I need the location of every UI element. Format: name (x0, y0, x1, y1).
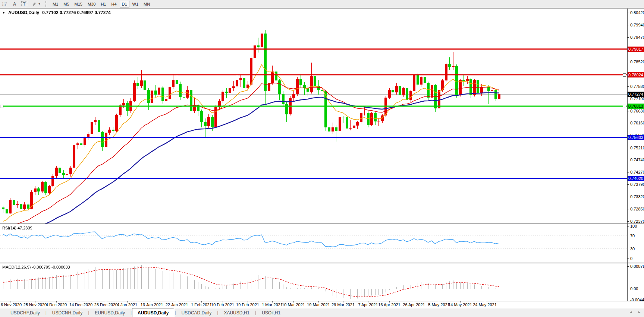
scale-tick-mark (627, 221, 629, 222)
date-label: 16 Nov 2020 (0, 302, 22, 307)
timeframe-button-h4[interactable]: H4 (109, 1, 119, 7)
scale-tick-mark (627, 249, 629, 249)
price-tick-label: 0.80420 (630, 10, 644, 15)
scale-tick-mark (627, 123, 629, 123)
scale-tick-mark (627, 289, 629, 289)
rsi-panel-canvas[interactable] (0, 224, 627, 263)
timeframe-button-group: M1M5M15M30H1H4D1W1MN (50, 1, 153, 7)
date-label: 4 Dec 2020 (46, 302, 67, 307)
scale-tick-mark (627, 86, 629, 87)
level-price-badge: 0.74020 (628, 176, 644, 181)
diagonal-arrows-icon (32, 2, 37, 6)
date-label: 14 Dec 2020 (69, 302, 92, 307)
grid-f-icon: ∷∷∷F (2, 3, 7, 6)
rsi-indicator-label: RSI(14) 47.2309 (2, 226, 32, 230)
ohlc-values: 0.77102 0.77276 0.76997 0.77274 (42, 10, 111, 15)
chart-tab-eurusd[interactable]: EURUSD,Daily (89, 309, 130, 317)
macd-tick-label: 0.00 (630, 286, 644, 291)
level-price-badge: 0.79017 (628, 47, 644, 52)
main-chart-canvas[interactable] (0, 9, 627, 224)
scale-tick-mark (627, 62, 629, 62)
date-axis[interactable]: 16 Nov 202025 Nov 20204 Dec 202014 Dec 2… (0, 301, 644, 308)
scale-tick-mark (627, 209, 629, 209)
macd-tick-label: 0.008782 (630, 264, 644, 269)
chart-tab-audusd[interactable]: AUDUSD,Daily (132, 308, 174, 317)
date-label: 13 Jan 2021 (141, 302, 163, 307)
price-tick-label: 0.76160 (630, 121, 644, 125)
scale-tick-mark (627, 197, 629, 197)
level-price-badge: 0.76813 (628, 104, 644, 109)
letter-a-icon: A (13, 1, 16, 7)
scale-tick-mark (627, 160, 629, 160)
text-box-tool-button[interactable]: T (19, 0, 29, 8)
level-price-badge: 0.75603 (628, 135, 644, 140)
price-tick-label: 0.79940 (630, 23, 644, 27)
scale-tick-mark (627, 266, 629, 267)
chart-tab-usdchf[interactable]: USDCHF,Daily (5, 309, 45, 317)
date-label: 23 Dec 2020 (94, 302, 117, 307)
scale-tick-mark (627, 236, 629, 236)
price-tick-label: 0.76630 (630, 109, 644, 113)
date-label: 19 Feb 2021 (236, 302, 259, 307)
chart-title: ▼ AUDUSD,Daily 0.77102 0.77276 0.76997 0… (2, 10, 111, 15)
date-label: 10 Mar 2021 (282, 302, 305, 307)
scale-tick-mark (627, 300, 629, 300)
scroll-right-icon[interactable]: ► (638, 310, 641, 314)
chart-tab-xauusd[interactable]: XAUUSD,H1 (219, 309, 255, 317)
letter-t-icon: T (21, 1, 27, 7)
scale-tick-mark (627, 25, 629, 25)
macd-panel-canvas[interactable] (0, 263, 627, 301)
text-label-tool-button[interactable]: A (10, 0, 19, 8)
price-tick-label: 0.72370 (630, 219, 644, 224)
scale-tick-mark (627, 99, 629, 99)
current-price-badge: 0.77274 (628, 92, 644, 97)
date-label: 10 Feb 2021 (211, 302, 234, 307)
symbol-label: AUDUSD,Daily (8, 10, 39, 15)
scale-tick-mark (627, 111, 629, 111)
date-label: 25 Nov 2020 (23, 302, 47, 307)
toolbar-separator (45, 1, 48, 7)
date-label: 4 Jan 2021 (117, 302, 137, 307)
date-label: 26 Apr 2021 (403, 302, 425, 307)
timeframe-button-d1[interactable]: D1 (120, 1, 129, 7)
price-tick-label: 0.77100 (630, 96, 644, 101)
price-tick-label: 0.73320 (630, 194, 644, 199)
timeframe-button-m5[interactable]: M5 (61, 1, 71, 7)
chart-tab-bar: USDCHF,Daily|USDCNH,Daily|EURUSD,Daily|A… (0, 308, 644, 317)
price-tick-label: 0.79470 (630, 35, 644, 39)
rsi-tick-label: 0 (630, 256, 644, 261)
chart-region: ▼ AUDUSD,Daily 0.77102 0.77276 0.76997 0… (0, 8, 644, 308)
timeframe-button-h1[interactable]: H1 (98, 1, 108, 7)
rsi-tick-label: 100 (630, 224, 644, 228)
collapse-arrow-icon: ▼ (2, 11, 5, 15)
date-label: 7 Apr 2021 (358, 302, 378, 307)
timeframe-button-m30[interactable]: M30 (85, 1, 98, 7)
date-label: 5 May 2021 (428, 302, 449, 307)
date-label: 1 Feb 2021 (191, 302, 212, 307)
scroll-left-icon[interactable]: ◄ (629, 310, 632, 314)
price-tick-label: 0.77580 (630, 84, 644, 89)
cursor-mode-button[interactable]: ▼ (29, 0, 43, 8)
timeframe-button-mn[interactable]: MN (141, 1, 152, 7)
chart-tab-usoil[interactable]: USOil,H1 (257, 309, 286, 317)
rsi-tick-label: 70 (630, 234, 644, 238)
custom-indicator-button[interactable]: ∷∷∷F (0, 0, 10, 8)
date-label: 29 Mar 2021 (332, 302, 355, 307)
timeframe-button-m15[interactable]: M15 (72, 1, 85, 7)
scale-tick-mark (627, 13, 629, 13)
chart-tab-usdcnh[interactable]: USDCNH,Daily (47, 309, 88, 317)
timeframe-button-m1[interactable]: M1 (50, 1, 60, 7)
rsi-tick-label: 30 (630, 247, 644, 251)
price-tick-label: 0.75210 (630, 146, 644, 150)
chevron-down-icon: ▼ (38, 3, 41, 5)
scale-tick-mark (627, 184, 629, 185)
price-tick-label: 0.78520 (630, 60, 644, 64)
trading-terminal-window: ∷∷∷F A T ▼ M1M5M15M30H1H4D1W1MN ▼ AUDUSD… (0, 0, 644, 317)
toolbar: ∷∷∷F A T ▼ M1M5M15M30H1H4D1W1MN (0, 0, 644, 8)
scale-tick-mark (627, 226, 629, 226)
chart-tab-usdcad[interactable]: USDCAD,Daily (176, 309, 217, 317)
date-label: 24 May 2021 (473, 302, 497, 307)
price-tick-label: 0.73790 (630, 182, 644, 187)
timeframe-button-w1[interactable]: W1 (130, 1, 141, 7)
date-label: 14 May 2021 (448, 302, 472, 307)
